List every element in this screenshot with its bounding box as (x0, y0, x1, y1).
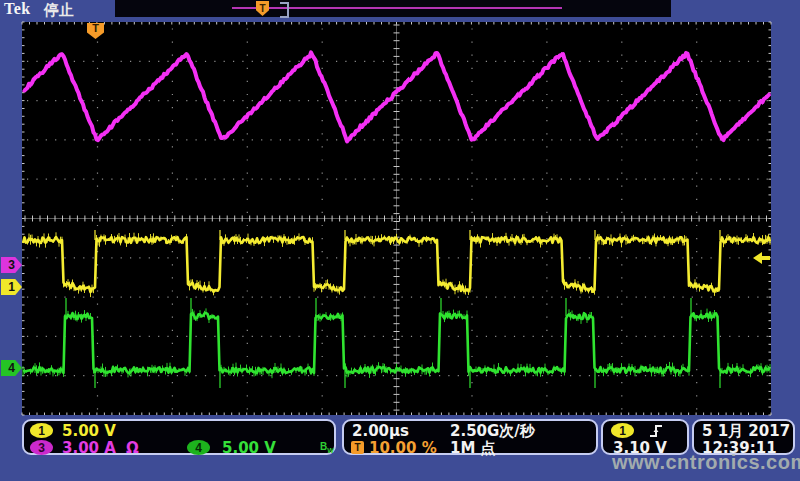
ch1-ground-marker: 1 (1, 279, 22, 295)
record-view-bar: T (115, 0, 671, 17)
ch1-scale: 5.00 V (62, 422, 116, 440)
trigger-position-icon: T (351, 441, 364, 454)
watermark: www.cntronics.com (612, 451, 800, 474)
trigger-slope-rising-icon (649, 424, 663, 438)
ch1-badge: 1 (30, 423, 53, 438)
timebase-readout: 2.00µs (352, 422, 409, 440)
trigger-level-arrow-icon (753, 252, 770, 264)
datetime-readout-box: 5 1月 2017 12:39:11 (692, 419, 795, 455)
record-window-bracket-icon (280, 2, 289, 18)
ch3-scale: 3.00 A (62, 439, 116, 457)
acquisition-status: 停止 (44, 1, 74, 20)
horizontal-readout-box: 2.00µs T 10.00 % 2.50G次/秒 1M 点 (342, 419, 598, 455)
record-trigger-position-icon: T (256, 1, 269, 16)
ch3-coupling: Ω (126, 439, 139, 457)
record-length-readout: 1M 点 (450, 439, 496, 458)
ch4-ground-marker: 4 (1, 360, 22, 376)
ch3-ground-marker: 3 (1, 257, 22, 273)
channel-readout-box: 1 5.00 V 3 3.00 A Ω 4 5.00 V BW (22, 419, 336, 455)
trigger-position-readout: 10.00 % (369, 439, 437, 457)
trigger-source-badge: 1 (611, 423, 634, 438)
ch4-bandwidth-limit-icon: BW (320, 441, 334, 454)
tek-logo: Tek (4, 0, 31, 18)
trigger-readout-box: 1 3.10 V (601, 419, 689, 455)
ch4-scale: 5.00 V (222, 439, 276, 457)
ch4-badge: 4 (187, 440, 210, 455)
ch3-badge: 3 (30, 440, 53, 455)
graticule (22, 22, 771, 415)
oscilloscope-screen: Tek 停止 T T 3 1 4 1 5.00 V 3 3.00 A Ω 4 5… (0, 0, 800, 481)
